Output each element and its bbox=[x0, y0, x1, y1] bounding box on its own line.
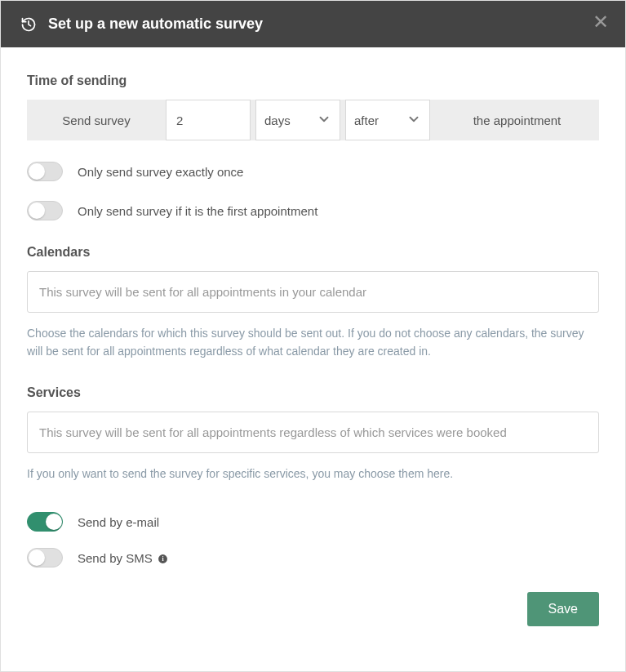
send-once-toggle[interactable] bbox=[27, 162, 63, 181]
close-icon[interactable]: ✕ bbox=[593, 12, 609, 32]
calendars-help: Choose the calendars for which this surv… bbox=[27, 324, 599, 361]
calendars-section: Calendars This survey will be sent for a… bbox=[27, 245, 599, 361]
history-icon bbox=[20, 16, 37, 33]
send-sms-toggle[interactable] bbox=[27, 548, 63, 567]
modal-header: Set up a new automatic survey ✕ bbox=[1, 1, 625, 47]
first-appointment-label: Only send survey if it is the first appo… bbox=[78, 204, 317, 218]
calendars-label: Calendars bbox=[27, 245, 599, 260]
send-once-label: Only send survey exactly once bbox=[78, 165, 243, 179]
send-email-toggle[interactable] bbox=[27, 512, 63, 532]
modal-footer: Save bbox=[27, 592, 599, 626]
send-sms-label: Send by SMS i bbox=[78, 551, 168, 565]
send-survey-suffix: the appointment bbox=[435, 100, 599, 140]
delay-unit-text: days bbox=[264, 113, 317, 127]
send-options: Send by e-mail Send by SMS i bbox=[27, 512, 599, 567]
delay-value-input[interactable] bbox=[166, 100, 251, 140]
delay-unit-select[interactable]: days bbox=[255, 100, 340, 140]
relation-text: after bbox=[354, 113, 406, 127]
first-appointment-row: Only send survey if it is the first appo… bbox=[27, 201, 599, 220]
info-icon[interactable]: i bbox=[158, 554, 168, 564]
save-button[interactable]: Save bbox=[527, 592, 599, 626]
services-section: Services This survey will be sent for al… bbox=[27, 385, 599, 483]
modal: Set up a new automatic survey ✕ Time of … bbox=[0, 0, 626, 672]
first-appointment-toggle[interactable] bbox=[27, 201, 63, 220]
modal-body: Time of sending Send survey days after t… bbox=[1, 47, 625, 671]
chevron-down-icon bbox=[406, 112, 421, 129]
chevron-down-icon bbox=[317, 112, 331, 129]
time-of-sending-row: Send survey days after the appointment bbox=[27, 100, 599, 140]
send-sms-text: Send by SMS bbox=[78, 551, 153, 565]
send-email-row: Send by e-mail bbox=[27, 512, 599, 532]
relation-select[interactable]: after bbox=[345, 100, 430, 140]
services-label: Services bbox=[27, 385, 599, 400]
time-of-sending-label: Time of sending bbox=[27, 73, 599, 88]
send-sms-row: Send by SMS i bbox=[27, 548, 599, 567]
services-input[interactable]: This survey will be sent for all appoint… bbox=[27, 412, 599, 453]
calendars-input[interactable]: This survey will be sent for all appoint… bbox=[27, 271, 599, 313]
send-survey-prefix: Send survey bbox=[27, 100, 166, 140]
modal-title: Set up a new automatic survey bbox=[48, 16, 263, 33]
svg-text:i: i bbox=[162, 555, 163, 563]
send-email-label: Send by e-mail bbox=[78, 515, 159, 529]
send-once-row: Only send survey exactly once bbox=[27, 162, 599, 181]
services-help: If you only want to send the survey for … bbox=[27, 465, 599, 483]
